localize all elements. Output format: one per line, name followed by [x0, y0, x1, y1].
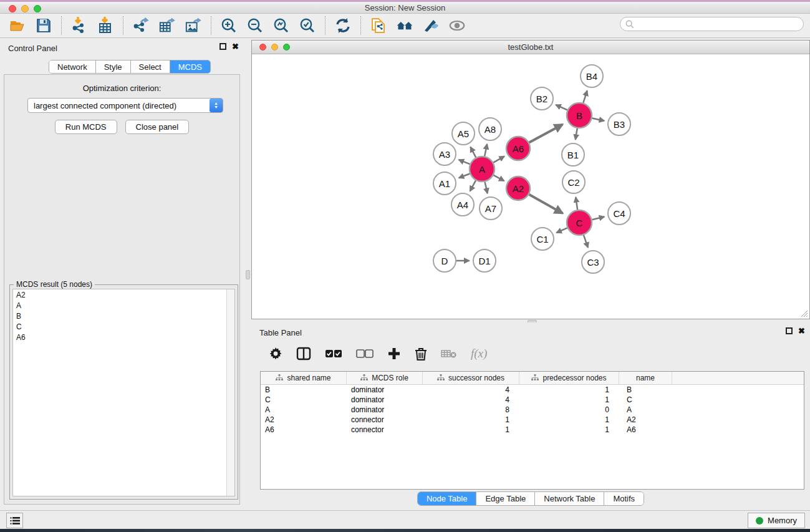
- table-cell[interactable]: dominator: [347, 385, 423, 395]
- table-cell[interactable]: B: [619, 385, 672, 395]
- first-neighbors-icon[interactable]: [396, 17, 413, 34]
- node-C3[interactable]: C3: [582, 251, 604, 273]
- zoom-fit-icon[interactable]: [272, 17, 290, 34]
- export-network-icon[interactable]: [132, 17, 150, 34]
- table-cell[interactable]: 4: [423, 395, 519, 405]
- tab-motifs[interactable]: Motifs: [604, 492, 644, 505]
- node-A7[interactable]: A7: [480, 197, 502, 220]
- table-row[interactable]: Bdominator41B: [261, 385, 804, 395]
- tab-select[interactable]: Select: [131, 60, 170, 73]
- edge-C-C3[interactable]: [584, 235, 588, 248]
- split-table-icon[interactable]: [296, 347, 311, 360]
- tab-network-table[interactable]: Network Table: [535, 492, 604, 505]
- task-history-button[interactable]: [6, 513, 23, 528]
- deselect-all-icon[interactable]: [356, 349, 374, 359]
- node-B1[interactable]: B1: [562, 143, 584, 166]
- table-cell[interactable]: C: [261, 395, 347, 405]
- zoom-selected-icon[interactable]: [299, 17, 316, 34]
- table-cell[interactable]: 1: [423, 425, 519, 435]
- result-item[interactable]: A: [13, 300, 234, 311]
- result-item[interactable]: A6: [13, 332, 234, 342]
- run-mcds-button[interactable]: Run MCDS: [55, 120, 117, 134]
- node-table[interactable]: shared nameMCDS rolesuccessor nodesprede…: [260, 371, 804, 490]
- table-cell[interactable]: 1: [519, 425, 619, 435]
- result-item[interactable]: A2: [13, 289, 234, 300]
- tab-network[interactable]: Network: [49, 60, 96, 73]
- table-cell[interactable]: dominator: [347, 405, 423, 415]
- import-network-icon[interactable]: [70, 17, 88, 34]
- gear-icon[interactable]: [269, 347, 282, 360]
- node-B3[interactable]: B3: [608, 113, 630, 135]
- node-C1[interactable]: C1: [531, 228, 554, 250]
- edge-A-A8[interactable]: [485, 144, 487, 156]
- node-B[interactable]: B: [567, 103, 592, 128]
- node-A[interactable]: A: [470, 157, 494, 181]
- close-table-panel-icon[interactable]: ✖: [798, 327, 805, 334]
- memory-button[interactable]: Memory: [748, 513, 805, 528]
- table-cell[interactable]: 1: [423, 415, 519, 425]
- node-D1[interactable]: D1: [473, 249, 496, 272]
- node-B4[interactable]: B4: [581, 65, 603, 87]
- close-panel-button[interactable]: Close panel: [125, 120, 190, 134]
- hide-selected-icon[interactable]: [422, 17, 440, 34]
- refresh-icon[interactable]: [334, 17, 352, 34]
- column-header-shared-name[interactable]: shared name: [261, 372, 347, 384]
- tab-edge-table[interactable]: Edge Table: [476, 492, 535, 505]
- export-image-icon[interactable]: [185, 17, 202, 34]
- node-A3[interactable]: A3: [433, 143, 456, 165]
- mcds-result-list[interactable]: A2ABCA6: [12, 289, 235, 496]
- node-B2[interactable]: B2: [531, 87, 553, 110]
- edge-A-A1[interactable]: [459, 174, 470, 178]
- vertical-split-handle[interactable]: [246, 270, 250, 279]
- edge-A-A3[interactable]: [459, 160, 470, 164]
- table-row[interactable]: A6connector11A6: [261, 425, 804, 435]
- edge-A-A7[interactable]: [485, 181, 488, 193]
- table-row[interactable]: Adominator80A: [261, 405, 804, 415]
- show-all-icon[interactable]: [448, 17, 466, 34]
- node-A6[interactable]: A6: [506, 137, 530, 160]
- edge-C-C1[interactable]: [556, 228, 567, 233]
- table-row[interactable]: A2connector11A2: [261, 415, 804, 425]
- zoom-in-icon[interactable]: [220, 17, 238, 34]
- table-cell[interactable]: 0: [519, 405, 619, 415]
- edge-B-B1[interactable]: [576, 128, 577, 140]
- tab-node-table[interactable]: Node Table: [418, 492, 477, 505]
- edge-A-A6[interactable]: [493, 157, 504, 163]
- node-C4[interactable]: C4: [608, 202, 630, 225]
- result-item[interactable]: B: [13, 311, 234, 321]
- network-window-titlebar[interactable]: testGlobe.txt: [252, 41, 809, 54]
- table-cell[interactable]: A: [261, 405, 347, 415]
- column-header-name[interactable]: name: [619, 372, 672, 384]
- column-header-predecessor-nodes[interactable]: predecessor nodes: [519, 372, 619, 384]
- table-cell[interactable]: connector: [347, 415, 423, 425]
- resize-grip-icon[interactable]: [800, 309, 808, 317]
- node-D[interactable]: D: [433, 249, 456, 272]
- export-table-icon[interactable]: [158, 17, 176, 34]
- close-panel-icon[interactable]: ✖: [232, 43, 239, 50]
- node-A5[interactable]: A5: [452, 122, 475, 145]
- table-cell[interactable]: A6: [619, 425, 672, 435]
- node-A1[interactable]: A1: [433, 172, 456, 195]
- function-builder-icon[interactable]: f(x): [471, 347, 487, 360]
- edge-C-C2[interactable]: [576, 197, 577, 210]
- float-panel-icon[interactable]: [219, 43, 226, 50]
- delete-column-icon[interactable]: [415, 347, 427, 361]
- edge-C-C4[interactable]: [592, 217, 604, 220]
- table-cell[interactable]: 4: [423, 385, 519, 395]
- zoom-out-icon[interactable]: [246, 17, 264, 34]
- edge-B-B4[interactable]: [583, 90, 587, 103]
- select-all-icon[interactable]: [325, 349, 342, 359]
- search-input[interactable]: [634, 20, 803, 29]
- add-column-icon[interactable]: [387, 347, 401, 360]
- table-cell[interactable]: B: [261, 385, 347, 395]
- table-cell[interactable]: A6: [261, 425, 347, 435]
- edge-A-A4[interactable]: [470, 180, 476, 191]
- save-session-icon[interactable]: [35, 17, 52, 34]
- node-A4[interactable]: A4: [451, 193, 474, 216]
- tab-mcds[interactable]: MCDS: [170, 60, 210, 73]
- delete-table-icon[interactable]: [441, 349, 457, 359]
- table-cell[interactable]: 1: [519, 395, 619, 405]
- table-cell[interactable]: A2: [619, 415, 672, 425]
- tab-style[interactable]: Style: [96, 60, 131, 73]
- edge-A-A5[interactable]: [470, 147, 476, 158]
